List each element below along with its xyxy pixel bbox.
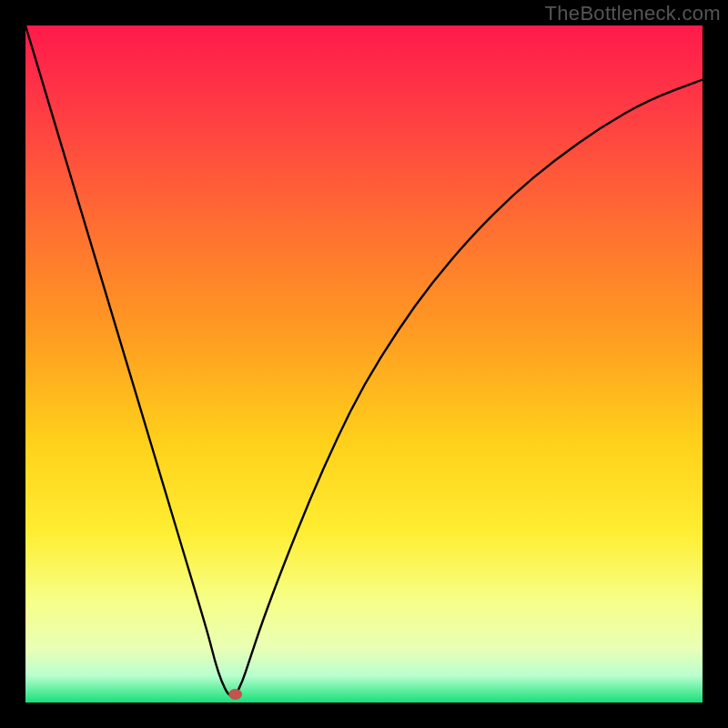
optimum-marker bbox=[228, 689, 242, 700]
watermark-text: TheBottleneck.com bbox=[545, 2, 721, 25]
plot-area bbox=[25, 25, 703, 703]
chart-frame: TheBottleneck.com bbox=[0, 0, 728, 728]
bottleneck-chart bbox=[25, 25, 703, 703]
